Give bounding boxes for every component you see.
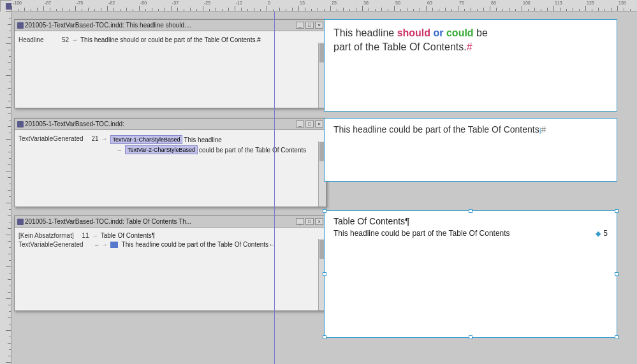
paragraph-mark-1: # bbox=[467, 41, 472, 52]
handle-br[interactable] bbox=[615, 335, 619, 339]
panel-1-maximize[interactable]: □ bbox=[305, 22, 314, 29]
toc-text-1: Table Of Contents¶ bbox=[101, 232, 155, 239]
preview-box-2: This headline could be part of the Table… bbox=[324, 118, 617, 182]
highlight-could: could bbox=[446, 27, 474, 38]
toc-preview-title: Table Of Contents¶ bbox=[333, 216, 608, 226]
story-text-1: This headline should or could be part of… bbox=[80, 36, 261, 43]
panel-1-close[interactable]: × bbox=[315, 22, 323, 29]
panel-3-minimize[interactable]: _ bbox=[296, 218, 304, 225]
panel-1: 201005-1-TextVarBased-TOC.indd: This hea… bbox=[14, 19, 326, 108]
toc-blue-box bbox=[110, 242, 118, 248]
panel-1-title: 201005-1-TextVarBased-TOC.indd: This hea… bbox=[25, 22, 295, 29]
preview-box-1: This headline should or could be part of… bbox=[324, 19, 617, 112]
panel-2-maximize[interactable]: □ bbox=[305, 120, 314, 127]
toc-style-1: [Kein Absatzformat] bbox=[18, 232, 74, 239]
panel-2-titlebar: 201005-1-TextVarBased-TOC.indd: _ □ × bbox=[15, 119, 326, 130]
handle-tr[interactable] bbox=[615, 209, 619, 213]
panel-2-row-1: TextVariableGenerated 21 → TextVar-1-Cha… bbox=[18, 135, 322, 154]
var-text-after-2: could be part of the Table Of Contents bbox=[199, 147, 306, 154]
var-arrow: → bbox=[101, 135, 108, 142]
handle-mr[interactable] bbox=[615, 272, 619, 276]
handle-tm[interactable] bbox=[469, 209, 472, 213]
panel-2-title: 201005-1-TextVarBased-TOC.indd: bbox=[25, 120, 295, 127]
ruler-left bbox=[0, 11, 11, 364]
panel-1-icon bbox=[17, 22, 24, 29]
panel-3-row-2: TextVariableGenerated – → This headline … bbox=[18, 241, 322, 248]
toc-style-2: TextVariableGenerated bbox=[18, 241, 84, 248]
panel-2: 201005-1-TextVarBased-TOC.indd: _ □ × Te… bbox=[14, 118, 326, 207]
var-text-after-1: This headline bbox=[184, 136, 221, 143]
panel-3: 201005-1-TextVarBased-TOC.indd: Table Of… bbox=[14, 215, 326, 311]
panel-2-close[interactable]: × bbox=[315, 120, 323, 127]
panel-1-row-1: Headline 52 → This headline should or co… bbox=[18, 36, 322, 43]
text-var-2-box: TextVar-2-CharStyleBased bbox=[125, 145, 198, 154]
toc-num-1: 11 bbox=[77, 232, 89, 239]
toc-num-2: – bbox=[86, 241, 99, 248]
panel-3-titlebar: 201005-1-TextVarBased-TOC.indd: Table Of… bbox=[15, 216, 326, 228]
handle-tl[interactable] bbox=[323, 209, 326, 213]
toc-text-2: This headline could be part of the Table… bbox=[122, 241, 275, 248]
panel-3-close[interactable]: × bbox=[315, 218, 323, 225]
toc-arrow-1: → bbox=[92, 232, 98, 239]
var-style-num: 21 bbox=[86, 135, 99, 142]
panel-3-title: 201005-1-TextVarBased-TOC.indd: Table Of… bbox=[25, 218, 295, 225]
var-style-label: TextVariableGenerated bbox=[18, 135, 84, 142]
panel-2-icon bbox=[17, 121, 24, 127]
panel-2-minimize[interactable]: _ bbox=[296, 120, 304, 127]
preview-box-3: Table Of Contents¶ This headline could b… bbox=[324, 210, 617, 338]
arrow-1: → bbox=[71, 36, 78, 43]
highlight-should: should bbox=[397, 27, 430, 38]
style-num-1: 52 bbox=[56, 36, 69, 43]
toc-preview-entry: This headline could be part of the Table… bbox=[333, 229, 608, 238]
highlight-or: or bbox=[434, 27, 444, 38]
guide-line-vertical bbox=[274, 11, 275, 364]
panel-3-maximize[interactable]: □ bbox=[305, 218, 314, 225]
handle-ml[interactable] bbox=[323, 272, 326, 276]
panel-3-row-1: [Kein Absatzformat] 11 → Table Of Conten… bbox=[18, 232, 322, 239]
toc-entry-page: 5 bbox=[603, 229, 608, 238]
toc-arrow-2: → bbox=[101, 241, 108, 248]
handle-bm[interactable] bbox=[469, 335, 472, 339]
toc-entry-text: This headline could be part of the Table… bbox=[333, 229, 593, 238]
preview-text-2: This headline could be part of the Table… bbox=[333, 124, 608, 136]
paragraph-mark-2: # bbox=[541, 124, 546, 135]
ruler-top: -100-87-75-62-50-37-25-12013253850637588… bbox=[11, 0, 637, 11]
panel-1-minimize[interactable]: _ bbox=[296, 22, 304, 29]
text-var-1-box: TextVar-1-CharStyleBased bbox=[110, 135, 183, 144]
panel-3-icon bbox=[17, 219, 24, 225]
handle-bl[interactable] bbox=[323, 335, 326, 339]
panel-1-titlebar: 201005-1-TextVarBased-TOC.indd: This hea… bbox=[15, 20, 326, 31]
toc-entry-arrow: ◆ bbox=[596, 229, 601, 238]
style-label-1: Headline bbox=[18, 36, 54, 43]
preview-text-1: This headline should or could be part of… bbox=[333, 26, 608, 55]
